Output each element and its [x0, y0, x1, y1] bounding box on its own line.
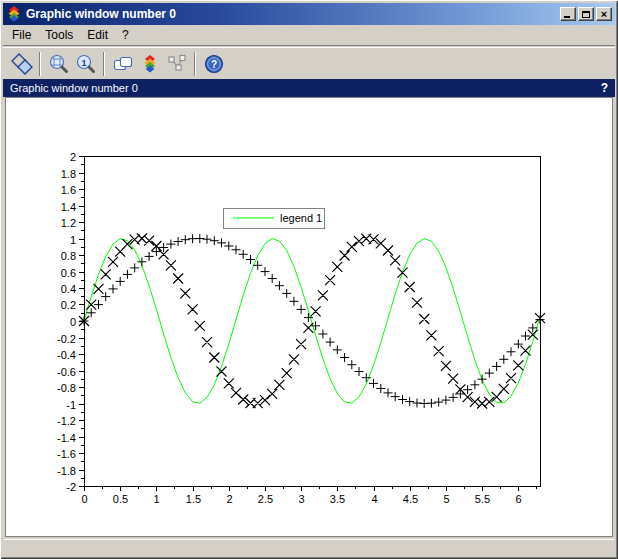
dialog-windows-button[interactable] — [109, 50, 136, 77]
toolbar-separator — [103, 52, 105, 76]
minimize-button[interactable] — [560, 7, 576, 21]
menubar: File Tools Edit ? — [3, 25, 615, 46]
ged-editor-icon — [139, 53, 161, 75]
toolbar-separator — [194, 52, 196, 76]
close-button[interactable]: × — [596, 7, 612, 21]
ged-editor-button[interactable] — [136, 50, 163, 77]
y-tick-label: -0.2 — [57, 333, 76, 345]
svg-text:1: 1 — [81, 57, 86, 67]
x-tick-label: 0 — [81, 493, 87, 505]
close-icon: × — [601, 9, 607, 19]
titlebar: Graphic window number 0 × — [3, 3, 615, 25]
x-tick-label: 5 — [443, 493, 449, 505]
y-tick-label: 0.4 — [61, 283, 76, 295]
y-tick-label: 0.8 — [61, 250, 76, 262]
x-tick-label: 6 — [515, 493, 521, 505]
y-tick-label: -2 — [66, 481, 76, 493]
x-tick-label: 4.5 — [403, 493, 418, 505]
window-controls: × — [560, 7, 612, 21]
y-tick-label: 1.4 — [61, 201, 76, 213]
y-tick-label: -1 — [66, 399, 76, 411]
dialog-windows-icon — [112, 53, 134, 75]
toolbar-separator — [39, 52, 41, 76]
svg-text:?: ? — [210, 59, 216, 70]
x-tick-label: 1 — [153, 493, 159, 505]
minimize-icon — [564, 16, 570, 18]
toolbar: 1 — [3, 47, 615, 79]
y-tick-label: -0.4 — [57, 349, 76, 361]
menu-file[interactable]: File — [5, 26, 38, 44]
y-tick-label: 0.6 — [61, 267, 76, 279]
zoom-area-icon — [48, 53, 70, 75]
sine-plot: 00.511.522.533.544.555.56-2-1.8-1.6-1.4-… — [6, 98, 614, 538]
y-tick-label: -0.8 — [57, 382, 76, 394]
menu-edit[interactable]: Edit — [80, 26, 115, 44]
x-tick-label: 2 — [226, 493, 232, 505]
original-view-icon: 1 — [75, 53, 97, 75]
window-title: Graphic window number 0 — [26, 7, 560, 21]
y-tick-label: -1.4 — [57, 432, 76, 444]
polyline-graph-button[interactable] — [163, 50, 190, 77]
plot-canvas: 00.511.522.533.544.555.56-2-1.8-1.6-1.4-… — [5, 97, 613, 537]
y-tick-label: 0.2 — [61, 299, 76, 311]
maximize-button[interactable] — [578, 7, 594, 21]
menu-help[interactable]: ? — [115, 26, 136, 44]
menu-tools[interactable]: Tools — [38, 26, 80, 44]
x-tick-label: 2.5 — [258, 493, 273, 505]
rotate-copy-icon — [11, 53, 33, 75]
y-tick-label: -1.8 — [57, 465, 76, 477]
help-button[interactable]: ? — [200, 50, 227, 77]
maximize-icon — [582, 11, 590, 18]
y-tick-label: 2 — [70, 151, 76, 163]
graphic-window: Graphic window number 0 × File Tools Edi… — [0, 0, 618, 559]
help-icon: ? — [203, 53, 225, 75]
y-tick-label: -1.6 — [57, 448, 76, 460]
y-tick-label: -1.2 — [57, 415, 76, 427]
x-tick-label: 4 — [371, 493, 377, 505]
x-tick-label: 5.5 — [475, 493, 490, 505]
y-tick-label: 1.2 — [61, 217, 76, 229]
rotate-copy-button[interactable] — [8, 50, 35, 77]
infobar: Graphic window number 0 ? — [3, 79, 615, 97]
y-tick-label: 0 — [70, 316, 76, 328]
x-tick-label: 3.5 — [330, 493, 345, 505]
scilab-app-icon — [6, 6, 22, 22]
infobar-title: Graphic window number 0 — [10, 82, 601, 94]
infobar-help-button[interactable]: ? — [601, 81, 608, 95]
y-tick-label: 1.8 — [61, 168, 76, 180]
y-tick-label: 1 — [70, 234, 76, 246]
x-tick-label: 3 — [298, 493, 304, 505]
polyline-graph-icon — [166, 53, 188, 75]
original-view-button[interactable]: 1 — [72, 50, 99, 77]
x-tick-label: 0.5 — [113, 493, 128, 505]
y-tick-label: -0.6 — [57, 366, 76, 378]
y-tick-label: 1.6 — [61, 184, 76, 196]
zoom-area-button[interactable] — [45, 50, 72, 77]
statusbar — [4, 539, 614, 556]
legend-label: legend 1 — [280, 212, 322, 224]
x-tick-label: 1.5 — [186, 493, 201, 505]
